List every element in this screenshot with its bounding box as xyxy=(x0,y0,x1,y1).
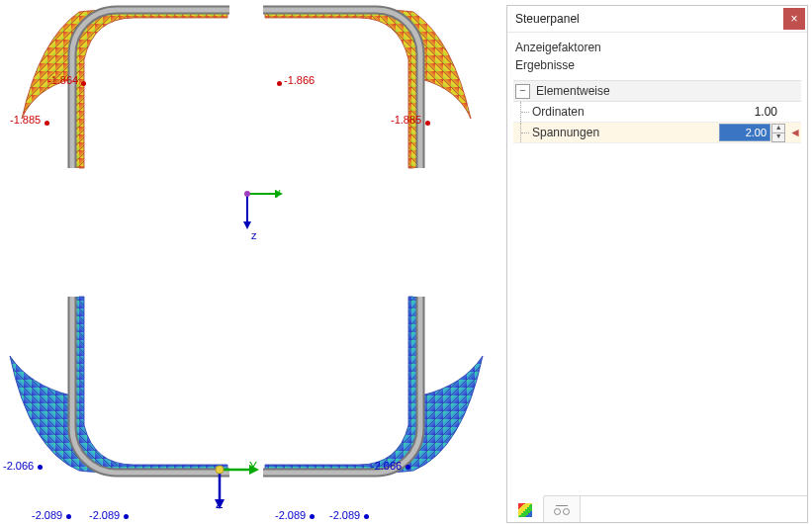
scale-icon xyxy=(554,503,570,515)
active-row-marker-icon: ◄ xyxy=(789,126,801,139)
spinner-down-icon[interactable]: ▼ xyxy=(771,133,785,142)
svg-rect-6 xyxy=(67,168,79,297)
row-ordinaten[interactable]: Ordinaten 1.00 xyxy=(513,102,801,123)
value-dot xyxy=(66,514,71,519)
svg-rect-4 xyxy=(72,10,420,473)
row-spannungen[interactable]: Spannungen ▲ ▼ ◄ xyxy=(513,123,801,143)
value-top-left-b: -1.885 xyxy=(10,114,41,126)
value-dot xyxy=(38,465,43,470)
panel-title: Steuerpanel xyxy=(515,12,781,26)
value-dot xyxy=(124,514,129,519)
value-top-left-a: -1.864 xyxy=(47,74,78,86)
svg-rect-8 xyxy=(229,4,263,16)
value-dot xyxy=(310,514,315,519)
spinner: ▲ ▼ xyxy=(771,124,785,142)
row-label: Spannungen xyxy=(530,126,719,139)
svg-rect-5 xyxy=(72,10,420,473)
row-value: 1.00 xyxy=(718,105,783,119)
value-dot xyxy=(81,81,86,86)
axis-y-big-label: Y xyxy=(249,460,257,474)
value-bot-right-b: -2.089 xyxy=(275,509,306,521)
value-dot xyxy=(45,121,49,126)
group-elementweise: − Elementweise Ordinaten 1.00 Spannungen… xyxy=(513,80,801,143)
value-top-right-a: -1.866 xyxy=(284,74,315,86)
svg-point-14 xyxy=(244,191,250,197)
svg-point-19 xyxy=(216,466,224,474)
value-dot xyxy=(364,514,369,519)
value-dot xyxy=(425,121,430,126)
value-bot-left-b: -2.089 xyxy=(32,509,62,521)
panel-tabs xyxy=(507,495,807,522)
tab-colors[interactable] xyxy=(507,495,544,522)
tree-line-icon xyxy=(520,102,530,122)
control-panel: Steuerpanel × Anzeigefaktoren Ergebnisse… xyxy=(506,5,808,523)
value-bot-left-a: -2.066 xyxy=(3,460,34,472)
close-icon: × xyxy=(790,12,797,26)
row-label: Ordinaten xyxy=(530,105,718,119)
colors-icon xyxy=(518,503,532,517)
axis-y-small-label: y xyxy=(275,186,281,198)
value-dot xyxy=(277,81,282,86)
svg-marker-13 xyxy=(243,221,251,229)
value-dot xyxy=(406,465,410,470)
svg-rect-7 xyxy=(413,168,425,297)
panel-body: Anzeigefaktoren Ergebnisse − Elementweis… xyxy=(507,33,807,495)
group-header[interactable]: − Elementweise xyxy=(513,81,801,102)
value-top-right-b: -1.885 xyxy=(391,114,421,126)
spannungen-input[interactable] xyxy=(719,124,770,141)
group-label: Elementweise xyxy=(536,84,610,98)
value-bot-right-a: -2.066 xyxy=(371,460,402,472)
value-bot-left-c: -2.089 xyxy=(89,509,120,521)
tab-scale[interactable] xyxy=(544,496,581,522)
axis-z-small-label: z xyxy=(251,229,257,241)
section-ergebnisse: Ergebnisse xyxy=(513,56,801,74)
section-anzeigefaktoren: Anzeigefaktoren xyxy=(513,39,801,56)
collapse-toggle-icon[interactable]: − xyxy=(515,84,530,99)
close-button[interactable]: × xyxy=(783,8,805,30)
axis-z-big-label: Z xyxy=(216,497,223,511)
panel-titlebar: Steuerpanel × xyxy=(507,6,807,33)
tree-line-icon xyxy=(520,123,530,142)
spinner-up-icon[interactable]: ▲ xyxy=(771,124,785,133)
viewport[interactable]: y z Y Z -1.864 -1.885 -1.866 -1.885 -2.0… xyxy=(0,0,504,525)
value-bot-right-c: -2.089 xyxy=(329,509,360,521)
